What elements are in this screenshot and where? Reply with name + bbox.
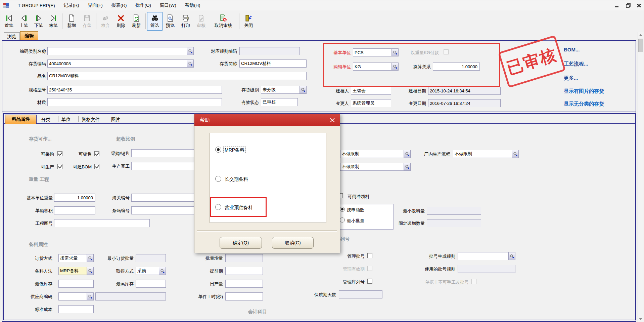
minimize-button[interactable]: [612, 2, 622, 9]
trade-unit-input[interactable]: KG: [353, 63, 399, 71]
long-leadtime-option-radio[interactable]: [215, 176, 221, 182]
cancel-button[interactable]: 取消(C): [272, 237, 314, 249]
lookup-icon[interactable]: [159, 267, 166, 275]
first-record-button[interactable]: 首笔: [2, 12, 16, 31]
bom-link[interactable]: BOM...: [564, 47, 580, 52]
change-date-input[interactable]: 2016-07-26 16:37:24: [428, 99, 501, 107]
changer-input[interactable]: 系统管理员: [351, 99, 391, 107]
shelf-life-input[interactable]: [339, 290, 382, 298]
close-window-button[interactable]: [634, 2, 644, 9]
bom-allowed-checkbox[interactable]: [94, 164, 99, 169]
scroll-up-arrow[interactable]: [638, 32, 643, 38]
drawing-number-input[interactable]: [54, 219, 150, 227]
filter-button[interactable]: 筛选: [147, 12, 163, 31]
subtab-unit[interactable]: 单位: [61, 117, 71, 123]
refresh-button[interactable]: 刷新: [129, 12, 144, 31]
audit-button[interactable]: 审核: [193, 12, 209, 31]
subtab-item-attributes[interactable]: 料品属性: [5, 115, 37, 124]
long-leadtime-option-label[interactable]: 长交期备料: [225, 176, 248, 183]
purchasable-checkbox[interactable]: [57, 151, 62, 156]
scroll-down-arrow[interactable]: [638, 316, 643, 322]
mrp-option-radio[interactable]: [215, 147, 221, 153]
manage-validity-checkbox[interactable]: [367, 266, 372, 271]
create-date-input[interactable]: 2015-10-24 16:34:54: [428, 87, 501, 95]
manage-serial-checkbox[interactable]: [367, 279, 372, 284]
lookup-icon[interactable]: [404, 163, 410, 170]
inventory-abbr-input[interactable]: CR12MOV精料: [239, 59, 307, 68]
lookup-icon[interactable]: [512, 150, 518, 158]
code-category-input[interactable]: [47, 47, 194, 55]
lookup-icon[interactable]: [392, 49, 398, 56]
subtab-classification[interactable]: 分类: [41, 117, 50, 123]
more-link[interactable]: 更多...: [564, 75, 578, 81]
prev-record-button[interactable]: 上笔: [16, 12, 31, 31]
min-batch-radio[interactable]: [340, 217, 345, 223]
subtab-picture[interactable]: 图片: [111, 117, 120, 123]
leadtime-input[interactable]: [225, 267, 263, 275]
std-cost-input[interactable]: [58, 305, 94, 313]
used-batch-rule-input[interactable]: [458, 265, 515, 273]
lookup-icon[interactable]: [87, 254, 93, 262]
supplier-code-input[interactable]: [58, 292, 94, 300]
next-record-button[interactable]: 下笔: [31, 12, 46, 31]
daily-output-input[interactable]: [225, 280, 263, 288]
min-issue-input[interactable]: [427, 207, 481, 215]
no-manual-batch-checkbox[interactable]: [471, 279, 476, 284]
menu-item-help[interactable]: 帮助(H): [185, 2, 200, 8]
acquire-mode-input[interactable]: 采购: [136, 267, 166, 275]
product-name-input[interactable]: CR12MOV精料: [47, 72, 307, 80]
lookup-icon[interactable]: [404, 150, 410, 158]
mrp-option-label[interactable]: MRP备料: [223, 147, 246, 153]
factory-flow-input[interactable]: 不做限制: [453, 150, 519, 158]
restriction-input-1[interactable]: 不做限制: [340, 150, 411, 158]
lookup-icon[interactable]: [508, 252, 515, 260]
supplier-name-input[interactable]: [95, 292, 166, 300]
tab-browse[interactable]: 浏览: [4, 32, 20, 40]
menu-item-record[interactable]: 记录(R): [64, 2, 79, 8]
min-stock-input[interactable]: [58, 280, 94, 288]
box-volume-input[interactable]: [54, 206, 95, 214]
dialog-close-icon[interactable]: [328, 116, 336, 124]
print-button[interactable]: 打印: [178, 12, 193, 31]
menu-item-report[interactable]: 报表(R): [111, 2, 127, 8]
sales-forecast-option-radio[interactable]: [215, 204, 221, 210]
batch-rule-input[interactable]: [458, 252, 515, 260]
by-apply-radio[interactable]: [340, 207, 345, 212]
menu-item-window[interactable]: 窗口(W): [160, 2, 176, 8]
restore-button[interactable]: [624, 2, 633, 9]
menu-item-operation[interactable]: 操作(O): [136, 2, 151, 8]
process-flow-link[interactable]: 工艺流程...: [564, 61, 588, 67]
base-unit-input[interactable]: PCS: [353, 48, 399, 56]
conversion-input[interactable]: 1.00000: [433, 63, 480, 71]
pay-by-kg-checkbox[interactable]: [444, 49, 449, 54]
order-mode-input[interactable]: 按需求量: [58, 254, 94, 262]
subtab-qualification[interactable]: 资格文件: [82, 117, 100, 123]
discard-button[interactable]: 放弃: [98, 12, 113, 31]
show-with-picture-link[interactable]: 显示有图片的存货: [564, 88, 604, 94]
lookup-icon[interactable]: [187, 47, 193, 55]
status-input[interactable]: 已审核: [261, 98, 298, 106]
delete-button[interactable]: 删除: [113, 12, 129, 31]
lookup-icon[interactable]: [87, 267, 93, 275]
new-button[interactable]: 新增: [64, 12, 79, 31]
menu-item-interface[interactable]: 界面(F): [88, 2, 103, 8]
lookup-icon[interactable]: [392, 63, 398, 70]
material-input[interactable]: [47, 98, 222, 106]
menu-item-app[interactable]: T-GROUP ERP(E): [18, 3, 55, 8]
lookup-icon[interactable]: [187, 60, 193, 67]
preview-button[interactable]: 预览: [163, 12, 178, 31]
scrollbar-thumb[interactable]: [638, 39, 643, 52]
sellable-checkbox[interactable]: [94, 151, 99, 156]
save-button[interactable]: 存盘: [79, 12, 95, 31]
inventory-code-input[interactable]: 400400008: [47, 59, 194, 68]
help-dialog-titlebar[interactable]: 帮助: [194, 114, 340, 126]
unit-weight-input[interactable]: 1.00000: [54, 194, 95, 202]
rule-code-input[interactable]: [239, 47, 300, 55]
manage-batch-checkbox[interactable]: [367, 253, 372, 258]
close-button[interactable]: 关闭: [241, 12, 256, 31]
lookup-icon[interactable]: [300, 86, 306, 93]
creator-input[interactable]: 王碧会: [351, 87, 391, 95]
show-unclassified-link[interactable]: 显示无分类的存货: [564, 101, 604, 107]
batch-increment-input[interactable]: [225, 254, 263, 262]
ok-button[interactable]: 确定(Q): [220, 237, 262, 249]
